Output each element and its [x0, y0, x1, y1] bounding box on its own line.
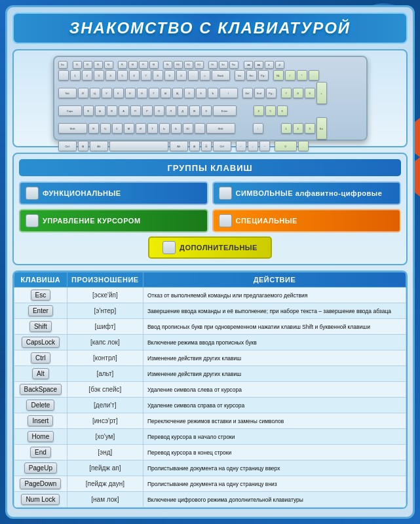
group-btn-special[interactable]: СПЕЦИАЛЬНЫЕ: [212, 209, 402, 233]
kb-prtsc: Prt: [208, 61, 218, 69]
table-cell-key: Esc: [14, 288, 67, 303]
kb-v: М: [124, 123, 134, 134]
kb-ins: Ins: [235, 70, 245, 81]
kb-ralt: Alt: [170, 141, 188, 151]
table-header: КЛАВИША ПРОИЗНОШЕНИЕ ДЕЙСТВИЕ: [14, 272, 406, 288]
table-cell-action: Включение режима ввода прописных букв: [143, 335, 406, 350]
key-badge: Home: [28, 431, 54, 442]
kb-0: 0: [176, 70, 187, 81]
key-badge: Insert: [28, 415, 53, 426]
kb-quote: Э: [201, 105, 212, 116]
table-cell-pronunciation: [бэк спейс]: [67, 382, 143, 398]
table-cell-pronunciation: [контрл]: [67, 350, 143, 366]
page-title: ЗНАКОМСТВО С КЛАВИАТУРОЙ: [69, 19, 351, 37]
kb-e: У: [102, 88, 112, 98]
group-btn-additional-row: ДОПОЛНИТЕЛЬНЫЕ: [19, 236, 401, 259]
key-badge: PageDown: [20, 478, 61, 489]
table-cell-action: Изменение действия других клавиш: [143, 350, 406, 366]
kb-media1: ◀◀: [244, 61, 253, 69]
table-cell-pronunciation: [пейдж ап]: [67, 460, 143, 476]
table-cell-action: Пролистывание документа на одну страницу…: [143, 460, 406, 476]
kb-rbracket: Ъ: [208, 88, 218, 98]
group-label-cursor: УПРАВЛЕНИЕ КУРСОРОМ: [43, 217, 141, 225]
col-header-key: КЛАВИША: [14, 272, 67, 288]
kb-p: З: [184, 88, 195, 98]
main-container: ЗНАКОМСТВО С КЛАВИАТУРОЙ Esc F1 F2 F3 F4…: [5, 5, 415, 519]
kb-tab: Tab: [58, 88, 77, 98]
kb-row-qwerty: Tab Й Ц У К Е Н Г Ш Щ З Х Ъ \ Del End Pg…: [58, 82, 362, 104]
kb-num8: 8: [293, 88, 303, 98]
groups-title: ГРУППЫ КЛАВИШ: [19, 159, 401, 176]
kb-comma: Б: [171, 123, 181, 134]
table-row: Enter[э'нтер]Завершение ввода команды и …: [14, 303, 406, 319]
group-icon-functional: [26, 187, 39, 200]
table-cell-key: CapsLock: [14, 335, 67, 350]
kb-numdot: .: [298, 141, 309, 151]
key-badge: PageUp: [24, 462, 57, 474]
kb-f5: F5: [118, 61, 127, 69]
kb-i: Ш: [161, 88, 171, 98]
table-row: PageUp[пейдж ап]Пролистывание документа …: [14, 460, 406, 476]
group-icon-special: [219, 214, 232, 227]
kb-a: Ф: [83, 105, 94, 116]
key-badge: Shift: [29, 321, 52, 332]
col-header-pronunciation: ПРОИЗНОШЕНИЕ: [67, 272, 143, 288]
kb-f6: F6: [128, 61, 138, 69]
col-header-action: ДЕЙСТВИЕ: [143, 272, 406, 288]
group-btn-additional[interactable]: ДОПОЛНИТЕЛЬНЫЕ: [148, 236, 272, 259]
title-bar: ЗНАКОМСТВО С КЛАВИАТУРОЙ: [12, 12, 408, 44]
table-cell-pronunciation: [капс лок]: [67, 335, 143, 350]
kb-numstar: *: [297, 70, 307, 81]
group-label-additional: ДОПОЛНИТЕЛЬНЫЕ: [180, 244, 258, 252]
kb-6: 6: [129, 70, 140, 81]
kb-hm: Hm: [246, 70, 257, 81]
kb-capslock: Caps: [58, 105, 82, 116]
kb-backtick: `: [58, 70, 69, 81]
key-badge: End: [30, 447, 51, 458]
keyboard-section: Esc F1 F2 F3 F4 F5 F6 F7 F8 F9 F10 F11 F…: [12, 49, 408, 147]
kb-f2: F2: [83, 61, 92, 69]
group-btn-functional[interactable]: ФУНКЦИОНАЛЬНЫЕ: [19, 181, 208, 205]
kb-backspace: Back: [212, 70, 230, 81]
kb-z: Я: [88, 123, 99, 134]
kb-m: Ь: [159, 123, 170, 134]
group-btn-cursor[interactable]: УПРАВЛЕНИЕ КУРСОРОМ: [19, 209, 208, 233]
table-row: End[энд]Перевод курсора в конец строки: [14, 445, 406, 460]
kb-numplus: +: [316, 82, 327, 104]
key-badge: Enter: [28, 305, 53, 316]
kb-f11: F11: [184, 61, 193, 69]
table-header-row: КЛАВИША ПРОИЗНОШЕНИЕ ДЕЙСТВИЕ: [14, 272, 406, 288]
table-row: BackSpace[бэк спейс]Удаление символа сле…: [14, 382, 406, 398]
kb-pgdn: Pg↓: [266, 88, 277, 98]
kb-enter: Enter: [213, 105, 237, 116]
groups-grid: ФУНКЦИОНАЛЬНЫЕ СИМВОЛЬНЫЕ алфавитно-цифр…: [19, 181, 401, 233]
table-row: Insert[инсэ'рт]Переключение режимов вста…: [14, 413, 406, 429]
table-cell-action: Отказ от выполняемой команды или предлаг…: [143, 288, 406, 303]
table-cell-action: Завершение ввода команды и её выполнение…: [143, 303, 406, 319]
kb-lctrl: Ctrl: [58, 141, 77, 151]
kb-q: Й: [78, 88, 88, 98]
keys-table: КЛАВИША ПРОИЗНОШЕНИЕ ДЕЙСТВИЕ Esc[эске'й…: [14, 272, 406, 508]
kb-x: Ч: [100, 123, 111, 134]
table-row: Shift[шифт]Ввод прописных букв при однов…: [14, 319, 406, 335]
table-cell-key: Enter: [14, 303, 67, 319]
kb-row-asdf: Caps Ф Ы В А П Р О Л Д Ж Э Enter 4 5 6: [58, 105, 362, 116]
kb-uparrow: ↑: [253, 123, 263, 134]
table-cell-key: Home: [14, 429, 67, 445]
kb-menu: ☰: [201, 141, 212, 151]
kb-w: Ц: [90, 88, 100, 98]
kb-space: [109, 141, 168, 151]
kb-esc: Esc: [58, 61, 67, 69]
kb-num3: 3: [305, 123, 315, 134]
kb-8: 8: [153, 70, 163, 81]
kb-f10: F10: [174, 61, 183, 69]
group-btn-symbolic[interactable]: СИМВОЛЬНЫЕ алфавитно-цифровые: [212, 181, 402, 205]
kb-scrlk: Scr: [219, 61, 228, 69]
key-badge: Num Lock: [21, 494, 60, 505]
kb-media4: 🔊: [275, 61, 284, 69]
kb-s: Ы: [95, 105, 105, 116]
kb-f9: F9: [163, 61, 172, 69]
kb-row-num: ` 1 2 3 4 5 6 7 8 9 0 - = Back Ins Hm Pg…: [58, 70, 362, 81]
table-cell-action: Включение цифрового режима дополнительно…: [143, 492, 406, 508]
kb-rwin: ⊞: [189, 141, 200, 151]
